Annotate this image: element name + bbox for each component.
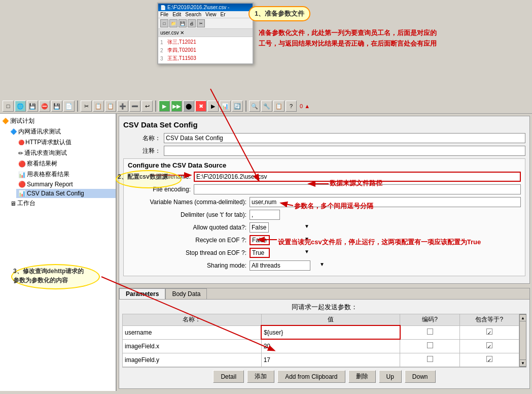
tree-item-test-plan[interactable]: 🔶 测试计划 bbox=[0, 116, 116, 126]
stop-thread-row: Stop thread on EOF ?: True False bbox=[128, 248, 521, 258]
tree-icon-plan: 🔶 bbox=[2, 118, 9, 124]
tree-label-network: 内网通讯求测试 bbox=[18, 127, 61, 136]
tree-item-workbench[interactable]: 🖥 工作台 bbox=[8, 198, 116, 209]
include-checkbox-1[interactable]: ✓ bbox=[486, 329, 492, 335]
run-all-button[interactable]: ▶▶ bbox=[171, 101, 182, 112]
delimiter-row: Delimiter (use 't' for tab): bbox=[128, 210, 521, 220]
right-panel: CSV Data Set Config 名称： 注释： Configure th… bbox=[117, 114, 532, 391]
allow-quoted-row: Allow quoted data?: False True bbox=[128, 222, 521, 233]
doc-button[interactable]: 📄 bbox=[63, 101, 75, 112]
tab-body-data[interactable]: Body Data bbox=[165, 288, 207, 299]
tree-item-network-test[interactable]: 🔷 内网通讯求测试 bbox=[8, 126, 116, 137]
name-input[interactable] bbox=[164, 133, 525, 143]
delimiter-input[interactable] bbox=[250, 210, 280, 220]
table-header-row: 名称： 值 编码? 包含等于? bbox=[123, 314, 519, 326]
open-icon: 📁 bbox=[169, 19, 178, 27]
open-button[interactable]: 🌐 bbox=[15, 101, 26, 112]
delete-button[interactable]: 删除 bbox=[348, 370, 376, 383]
remote-button[interactable]: ▶ bbox=[207, 101, 219, 112]
tools-button[interactable]: 🔧 bbox=[261, 101, 272, 112]
tree-label-workbench: 工作台 bbox=[17, 199, 36, 208]
tree-icon-comm: ✏ bbox=[18, 150, 23, 157]
configure-section: Configure the CSV Data Source Filename: … bbox=[123, 158, 525, 276]
top-screenshot-window: 📄 E:\F\2016\2016.2\user.csv - File Edit … bbox=[157, 3, 254, 64]
expand-button[interactable]: ➕ bbox=[117, 101, 128, 112]
table-scrollbar[interactable]: ▲ ▼ bbox=[519, 314, 526, 367]
varnames-input[interactable] bbox=[250, 197, 521, 207]
pause-button[interactable]: ⬤ bbox=[183, 101, 194, 112]
include-checkbox-3[interactable]: ✓ bbox=[486, 356, 492, 362]
chart-button[interactable]: 📊 bbox=[220, 101, 231, 112]
csv-row-2: 2 李四,T02001 bbox=[160, 46, 251, 54]
row2-value: 20 bbox=[261, 339, 400, 353]
row2-include: ✓ bbox=[459, 339, 519, 353]
add-from-clipboard-button[interactable]: Add from Clipboard bbox=[277, 370, 345, 383]
top-window-tab: user.csv ✕ bbox=[158, 29, 253, 37]
include-checkbox-2[interactable]: ✓ bbox=[486, 342, 492, 348]
new-button[interactable]: □ bbox=[3, 101, 14, 112]
tree-item-http-default[interactable]: 🔴 HTTP请求默认值 bbox=[16, 137, 116, 148]
scroll-up-button[interactable]: ▲ bbox=[519, 314, 526, 321]
list-button[interactable]: 📋 bbox=[273, 101, 285, 112]
tree-icon-workbench: 🖥 bbox=[10, 200, 16, 207]
allow-quoted-select[interactable]: False True bbox=[250, 222, 269, 233]
copy-button[interactable]: 📋 bbox=[93, 101, 104, 112]
params-tabs: Parameters Body Data bbox=[119, 288, 529, 300]
tree-item-comm-test[interactable]: ✏ 通讯求查询测试 bbox=[16, 148, 116, 158]
detail-button[interactable]: Detail bbox=[213, 370, 244, 383]
row2-name: imageField.x bbox=[123, 339, 262, 353]
sep1 bbox=[77, 101, 78, 112]
top-window-menubar: File Edit Search View Er bbox=[158, 11, 253, 18]
stop-thread-select[interactable]: True False bbox=[250, 248, 270, 258]
add-button[interactable]: 添加 bbox=[247, 370, 274, 383]
collapse-button[interactable]: ➖ bbox=[129, 101, 140, 112]
left-tree-panel: 🔶 测试计划 🔷 内网通讯求测试 🔴 HTTP请求默认值 ✏ 通讯求查询测试 🔴… bbox=[0, 114, 117, 391]
csv-config-panel: CSV Data Set Config 名称： 注释： Configure th… bbox=[119, 116, 530, 284]
row1-name: username bbox=[123, 325, 262, 339]
hint4-annotation: 设置当读完csv文件后，停止运行，这两项配置有一项应该配置为True bbox=[278, 238, 511, 247]
tree-icon-result: 🔴 bbox=[18, 160, 26, 168]
csv-config-title: CSV Data Set Config bbox=[123, 120, 525, 129]
help-button[interactable]: ? bbox=[286, 101, 297, 112]
name-label: 名称： bbox=[123, 134, 164, 143]
csv-row-3: 3 王五,T11503 bbox=[160, 54, 251, 62]
row2-encode bbox=[400, 339, 459, 353]
down-button[interactable]: Down bbox=[405, 370, 436, 383]
params-table-wrapper: 名称： 值 编码? 包含等于? username ${us bbox=[122, 314, 526, 367]
cut-button[interactable]: ✂ bbox=[81, 101, 92, 112]
col-value: 值 bbox=[261, 314, 400, 326]
new-icon: □ bbox=[160, 19, 168, 27]
print-icon: 🖨 bbox=[188, 19, 196, 27]
sharing-select[interactable]: All threads Current thread group Current… bbox=[250, 260, 310, 271]
sep3 bbox=[245, 101, 246, 112]
refresh-button[interactable]: 🔄 bbox=[232, 101, 243, 112]
paste-button[interactable]: 📋 bbox=[105, 101, 116, 112]
save-icon: 💾 bbox=[179, 19, 187, 27]
scroll-down-button[interactable]: ▼ bbox=[519, 359, 526, 367]
col-include: 包含等于? bbox=[459, 314, 519, 326]
tree-item-result-tree[interactable]: 🔴 察看结果树 bbox=[16, 158, 116, 169]
comment-input[interactable] bbox=[164, 146, 525, 156]
csv-row-1: 1 张三,T12021 bbox=[160, 38, 251, 46]
encode-checkbox-2[interactable] bbox=[427, 342, 433, 348]
tree-item-table-result[interactable]: 📊 用表格察看结果 bbox=[16, 169, 116, 180]
row3-name: imageField.y bbox=[123, 353, 262, 367]
save2-button[interactable]: 💾 bbox=[51, 101, 62, 112]
tab-parameters[interactable]: Parameters bbox=[119, 288, 165, 299]
up-button[interactable]: Up bbox=[379, 370, 402, 383]
encode-checkbox-1[interactable] bbox=[427, 329, 433, 335]
stop2-button[interactable]: ✖ bbox=[195, 101, 206, 112]
tree-item-csv-config[interactable]: 📊 CSV Data Set Config bbox=[16, 189, 116, 198]
sharing-row: Sharing mode: All threads Current thread… bbox=[128, 260, 521, 271]
encode-checkbox-3[interactable] bbox=[427, 356, 433, 362]
undo-button[interactable]: ↩ bbox=[141, 101, 153, 112]
table-row: imageField.x 20 ✓ bbox=[123, 339, 519, 353]
stop-button[interactable]: ⛔ bbox=[39, 101, 50, 112]
save-button[interactable]: 💾 bbox=[27, 101, 38, 112]
params-content: 同请求一起发送参数： 名称： 值 编码? 包含等于? bbox=[119, 300, 529, 388]
recycle-select[interactable]: False True bbox=[250, 235, 270, 245]
tree-item-summary[interactable]: 🔴 Summary Report bbox=[16, 180, 116, 189]
search-button[interactable]: 🔍 bbox=[249, 101, 260, 112]
params-subtitle: 同请求一起发送参数： bbox=[122, 303, 526, 312]
run-button[interactable]: ▶ bbox=[159, 101, 170, 112]
